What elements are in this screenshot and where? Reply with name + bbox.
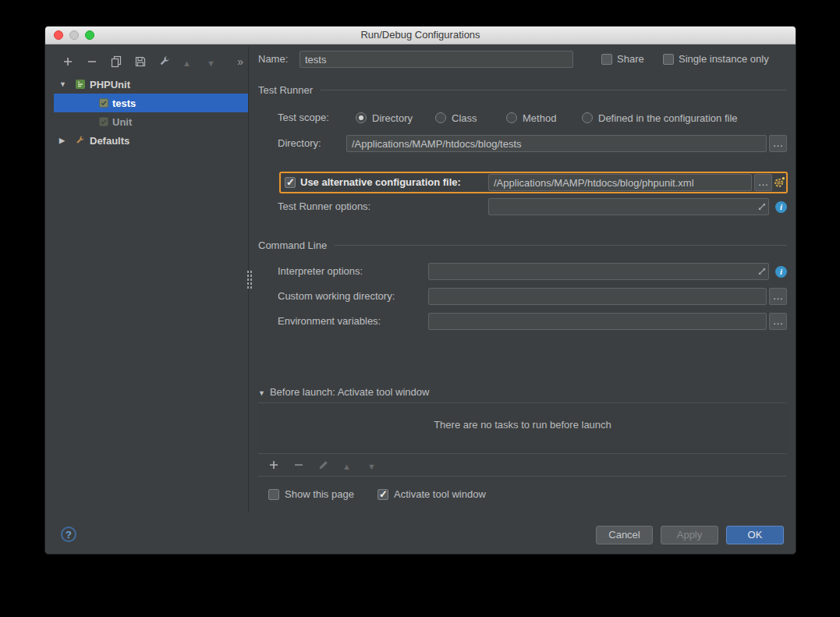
move-task-up-icon[interactable] xyxy=(342,459,355,471)
test-scope-label: Test scope: xyxy=(278,109,329,126)
activate-tool-window-checkbox[interactable] xyxy=(377,489,388,500)
ok-button[interactable]: OK xyxy=(726,526,784,544)
scope-option-class[interactable]: Class xyxy=(435,109,477,126)
move-down-icon[interactable] xyxy=(207,55,219,68)
interpreter-options-input[interactable] xyxy=(428,263,769,280)
name-label: Name: xyxy=(258,51,288,68)
radio-label: Class xyxy=(452,112,477,124)
before-launch-task-list: There are no tasks to run before launch xyxy=(258,402,787,454)
remove-configuration-icon[interactable] xyxy=(86,55,98,68)
section-title: Command Line xyxy=(258,239,327,251)
tree-node-defaults[interactable]: Defaults xyxy=(54,131,248,150)
collapse-arrow-icon[interactable] xyxy=(258,386,265,398)
help-button[interactable]: ? xyxy=(61,527,76,542)
run-debug-configurations-dialog: Run/Debug Configurations » PHPUnit tests xyxy=(44,26,796,555)
environment-variables-browse-button[interactable]: … xyxy=(769,313,787,330)
sidebar-toolbar: » xyxy=(54,47,248,70)
single-instance-label: Single instance only xyxy=(679,51,769,68)
phpunit-icon xyxy=(75,79,86,90)
alt-config-label: Use alternative configuration file: xyxy=(300,174,461,191)
expand-arrow-icon[interactable] xyxy=(59,137,67,144)
expand-field-icon[interactable] xyxy=(757,202,767,211)
scope-option-method[interactable]: Method xyxy=(506,109,556,126)
tree-node-label: tests xyxy=(112,98,136,109)
no-tasks-message: There are no tasks to run before launch xyxy=(434,419,611,453)
test-runner-options-info-icon[interactable]: i xyxy=(775,201,787,213)
radio-icon[interactable] xyxy=(506,112,517,123)
tree-node-unit[interactable]: Unit xyxy=(54,112,248,131)
copy-configuration-icon[interactable] xyxy=(110,55,122,68)
add-configuration-icon[interactable] xyxy=(62,55,74,68)
splitter-handle[interactable] xyxy=(246,270,253,290)
title-bar[interactable]: Run/Debug Configurations xyxy=(45,27,796,44)
interpreter-options-label: Interpreter options: xyxy=(278,263,363,280)
section-divider xyxy=(321,90,787,90)
edit-task-pencil-icon[interactable] xyxy=(317,459,330,471)
directory-browse-button[interactable]: … xyxy=(769,135,787,152)
radio-label: Defined in the configuration file xyxy=(598,112,738,124)
apply-button[interactable]: Apply xyxy=(661,526,718,544)
toolbar-overflow-chevron-icon[interactable]: » xyxy=(237,55,243,68)
tree-node-label: PHPUnit xyxy=(90,79,130,90)
alt-config-browse-button[interactable]: … xyxy=(754,174,772,191)
section-title: Test Runner xyxy=(258,84,313,96)
test-runner-options-label: Test Runner options: xyxy=(278,198,370,215)
radio-icon[interactable] xyxy=(582,112,593,123)
name-input[interactable] xyxy=(299,51,573,68)
remove-task-icon[interactable] xyxy=(292,459,305,471)
environment-variables-label: Environment variables: xyxy=(278,313,381,330)
tree-node-phpunit[interactable]: PHPUnit xyxy=(54,75,248,94)
edit-defaults-wrench-icon[interactable] xyxy=(158,55,171,68)
custom-working-directory-browse-button[interactable]: … xyxy=(769,288,787,305)
save-configuration-icon[interactable] xyxy=(134,55,147,68)
section-divider xyxy=(335,245,787,246)
before-launch-header[interactable]: Before launch: Activate tool window xyxy=(258,383,429,400)
move-up-icon[interactable] xyxy=(183,55,195,68)
command-line-section-header: Command Line xyxy=(258,236,787,254)
share-checkbox[interactable] xyxy=(601,54,612,65)
show-this-page-checkbox[interactable] xyxy=(268,489,279,500)
interpreter-options-fieldwrap xyxy=(428,263,769,280)
defaults-wrench-icon xyxy=(75,135,86,146)
radio-label: Directory xyxy=(372,112,413,124)
configurations-sidebar: » PHPUnit tests Unit Defaults xyxy=(54,47,249,512)
tree-node-label: Unit xyxy=(112,116,132,128)
activate-tool-window-label: Activate tool window xyxy=(394,486,486,503)
collapse-arrow-icon[interactable] xyxy=(59,80,67,88)
single-instance-checkbox[interactable] xyxy=(663,54,674,65)
directory-label: Directory: xyxy=(278,135,321,152)
configurations-tree: PHPUnit tests Unit Defaults xyxy=(54,75,248,150)
move-task-down-icon[interactable] xyxy=(367,459,380,471)
before-launch-label: Before launch: Activate tool window xyxy=(270,386,430,398)
share-label: Share xyxy=(617,51,644,68)
radio-icon[interactable] xyxy=(435,112,446,123)
test-configuration-icon xyxy=(99,117,108,126)
environment-variables-input[interactable] xyxy=(428,313,767,330)
alt-config-input[interactable] xyxy=(488,174,752,191)
alt-config-highlight-box: Use alternative configuration file: … xyxy=(279,172,788,193)
tree-node-label: Defaults xyxy=(90,135,129,147)
interpreter-options-info-icon[interactable]: i xyxy=(775,266,787,278)
scope-option-directory[interactable]: Directory xyxy=(356,109,413,126)
test-runner-section-header: Test Runner xyxy=(258,81,787,98)
add-task-icon[interactable] xyxy=(268,459,280,471)
test-runner-options-input[interactable] xyxy=(488,198,769,215)
expand-field-icon[interactable] xyxy=(757,267,767,276)
directory-input[interactable] xyxy=(346,135,767,152)
custom-working-directory-input[interactable] xyxy=(428,288,767,305)
alt-config-checkbox[interactable] xyxy=(285,177,296,188)
show-this-page-label: Show this page xyxy=(285,486,354,503)
test-runner-options-fieldwrap xyxy=(488,198,769,215)
radio-label: Method xyxy=(523,112,556,124)
before-launch-toolbar xyxy=(258,454,787,477)
tree-node-tests[interactable]: tests xyxy=(54,94,248,112)
window-title: Run/Debug Configurations xyxy=(45,27,796,44)
scope-option-defined-in-config[interactable]: Defined in the configuration file xyxy=(582,109,738,126)
custom-working-directory-label: Custom working directory: xyxy=(278,288,395,305)
radio-icon[interactable] xyxy=(356,112,367,123)
alt-config-settings-gear-icon[interactable] xyxy=(773,176,785,189)
cancel-button[interactable]: Cancel xyxy=(596,526,653,544)
test-configuration-icon xyxy=(99,98,108,108)
